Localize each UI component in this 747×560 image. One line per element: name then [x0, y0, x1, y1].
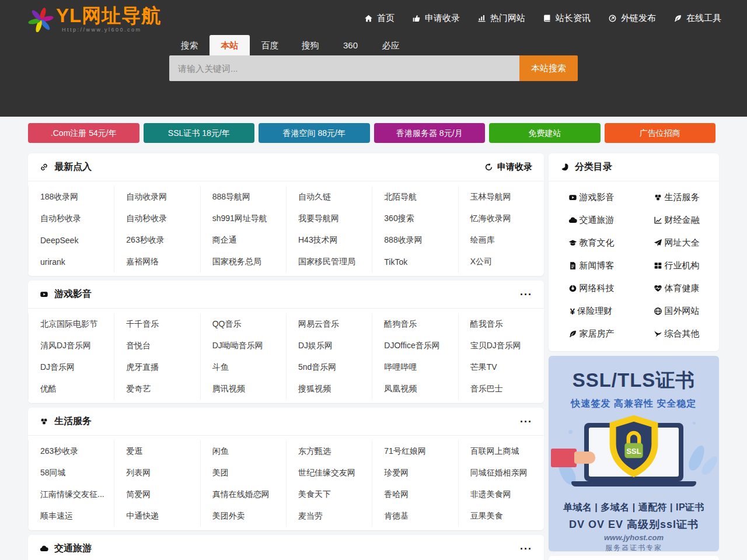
category-item[interactable]: 网络科技 [549, 277, 634, 300]
category-item[interactable]: 网址大全 [634, 232, 719, 254]
site-link[interactable]: 自动收录网 [114, 186, 200, 208]
site-link[interactable]: 美食天下 [286, 484, 372, 505]
site-link[interactable]: 中通快递 [114, 505, 200, 527]
site-link[interactable]: DeepSeek [28, 229, 114, 251]
site-link[interactable]: sh991网址导航 [200, 208, 286, 229]
site-link[interactable]: 绘画库 [458, 229, 544, 251]
site-link[interactable]: QQ音乐 [200, 313, 286, 335]
site-link[interactable]: 188收录网 [28, 186, 114, 208]
site-link[interactable]: 自动秒收录 [28, 208, 114, 229]
site-link[interactable]: 闲鱼 [200, 440, 286, 462]
site-link[interactable]: 百联网上商城 [458, 440, 544, 462]
site-link[interactable]: 顺丰速运 [28, 505, 114, 527]
site-link[interactable]: 凤凰视频 [372, 378, 458, 400]
category-item[interactable]: 综合其他 [634, 323, 719, 345]
site-link[interactable]: 宝贝DJ音乐网 [458, 335, 544, 356]
site-link[interactable]: 酷狗音乐 [372, 313, 458, 335]
site-link[interactable]: 江南情缘交友征... [28, 484, 114, 505]
site-link[interactable]: X公司 [458, 251, 544, 272]
site-link[interactable]: 国家移民管理局 [286, 251, 372, 272]
category-item[interactable]: 教育文化 [549, 232, 634, 254]
category-item[interactable]: 交通旅游 [549, 209, 634, 232]
site-link[interactable]: 北京国际电影节 [28, 313, 114, 335]
site-link[interactable]: H43技术网 [286, 229, 372, 251]
site-link[interactable]: 音乐巴士 [458, 378, 544, 400]
site-link[interactable]: 非遗美食网 [458, 484, 544, 505]
site-link[interactable]: 优酷 [28, 378, 114, 400]
site-link[interactable]: 美团 [200, 462, 286, 484]
site-link[interactable]: 360搜索 [372, 208, 458, 229]
nav-item[interactable]: 热门网站 [477, 13, 525, 24]
category-item[interactable]: 生活服务 [634, 186, 719, 209]
search-engine-tab[interactable]: 360 [330, 35, 371, 55]
site-link[interactable]: 自动久链 [286, 186, 372, 208]
site-link[interactable]: 888收录网 [372, 229, 458, 251]
search-engine-tab[interactable]: 必应 [371, 35, 411, 55]
site-link[interactable]: 哔哩哔哩 [372, 356, 458, 378]
category-item[interactable]: 体育健康 [634, 277, 719, 300]
site-link[interactable]: 虎牙直播 [114, 356, 200, 378]
site-link[interactable]: DJ呦呦音乐网 [200, 335, 286, 356]
site-link[interactable]: 自动秒收录 [114, 208, 200, 229]
search-input[interactable] [169, 55, 519, 81]
site-link[interactable]: DJ娱乐网 [286, 335, 372, 356]
site-link[interactable]: 珍爱网 [372, 462, 458, 484]
promo-banner[interactable]: 香港服务器 8元/月 [374, 123, 486, 143]
site-link[interactable]: 商企通 [200, 229, 286, 251]
site-link[interactable]: 东方甄选 [286, 440, 372, 462]
site-link[interactable]: 263秒收录 [28, 440, 114, 462]
site-link[interactable]: 263秒收录 [114, 229, 200, 251]
site-link[interactable]: urirank [28, 251, 114, 272]
apply-listing-link[interactable]: 申请收录 [484, 162, 532, 173]
site-link[interactable]: 世纪佳缘交友网 [286, 462, 372, 484]
site-link[interactable]: 888导航网 [200, 186, 286, 208]
site-link[interactable]: 香哈网 [372, 484, 458, 505]
site-link[interactable]: 嘉裕网络 [114, 251, 200, 272]
site-link[interactable]: 国家税务总局 [200, 251, 286, 272]
search-button[interactable]: 本站搜索 [519, 55, 578, 81]
site-link[interactable]: 简爱网 [114, 484, 200, 505]
site-link[interactable]: 美团外卖 [200, 505, 286, 527]
site-link[interactable]: 71号红娘网 [372, 440, 458, 462]
search-engine-tab[interactable]: 搜狗 [290, 35, 330, 55]
category-item[interactable]: 家居房产 [549, 323, 634, 345]
site-link[interactable]: DJOffice音乐网 [372, 335, 458, 356]
promo-banner[interactable]: 香港空间 88元/年 [259, 123, 370, 143]
site-logo[interactable]: YL网址导航 Http://www.yl600.com [28, 6, 161, 33]
site-link[interactable]: 网易云音乐 [286, 313, 372, 335]
site-link[interactable]: 芒果TV [458, 356, 544, 378]
site-link[interactable]: 5nd音乐网 [286, 356, 372, 378]
site-link[interactable]: 58同城 [28, 462, 114, 484]
category-item[interactable]: 游戏影音 [549, 186, 634, 209]
nav-item[interactable]: 站长资讯 [543, 13, 591, 24]
site-link[interactable]: DJ音乐网 [28, 356, 114, 378]
section-more-button[interactable]: ··· [520, 289, 532, 300]
section-more-button[interactable]: ··· [520, 544, 532, 554]
section-more-button[interactable]: ··· [520, 416, 532, 427]
promo-banner[interactable]: .Com注册 54元/年 [28, 123, 139, 143]
site-link[interactable]: 爱奇艺 [114, 378, 200, 400]
site-link[interactable]: 列表网 [114, 462, 200, 484]
site-link[interactable]: 北陌导航 [372, 186, 458, 208]
category-item[interactable]: 新闻博客 [549, 254, 634, 277]
site-link[interactable]: 酷我音乐 [458, 313, 544, 335]
site-link[interactable]: 清风DJ音乐网 [28, 335, 114, 356]
ssl-ad-banner[interactable]: SSL/TLS证书 快速签发 高兼容性 安全稳定 SSL [549, 356, 719, 551]
site-link[interactable]: 爱逛 [114, 440, 200, 462]
site-link[interactable]: TikTok [372, 251, 458, 272]
search-engine-tab[interactable]: 百度 [250, 35, 290, 55]
site-link[interactable]: 音悦台 [114, 335, 200, 356]
nav-item[interactable]: 申请收录 [412, 13, 460, 24]
site-link[interactable]: 忆海收录网 [458, 208, 544, 229]
category-item[interactable]: ¥保险理财 [549, 300, 634, 323]
category-item[interactable]: 行业机构 [634, 254, 719, 277]
site-link[interactable]: 我要导航网 [286, 208, 372, 229]
site-link[interactable]: 真情在线婚恋网 [200, 484, 286, 505]
promo-banner[interactable]: 免费建站 [489, 123, 601, 143]
nav-item[interactable]: 首页 [364, 13, 395, 24]
site-link[interactable]: 搜狐视频 [286, 378, 372, 400]
site-link[interactable]: 豆果美食 [458, 505, 544, 527]
site-link[interactable]: 肯德基 [372, 505, 458, 527]
category-item[interactable]: 财经金融 [634, 209, 719, 232]
nav-item[interactable]: 外链发布 [608, 13, 656, 24]
